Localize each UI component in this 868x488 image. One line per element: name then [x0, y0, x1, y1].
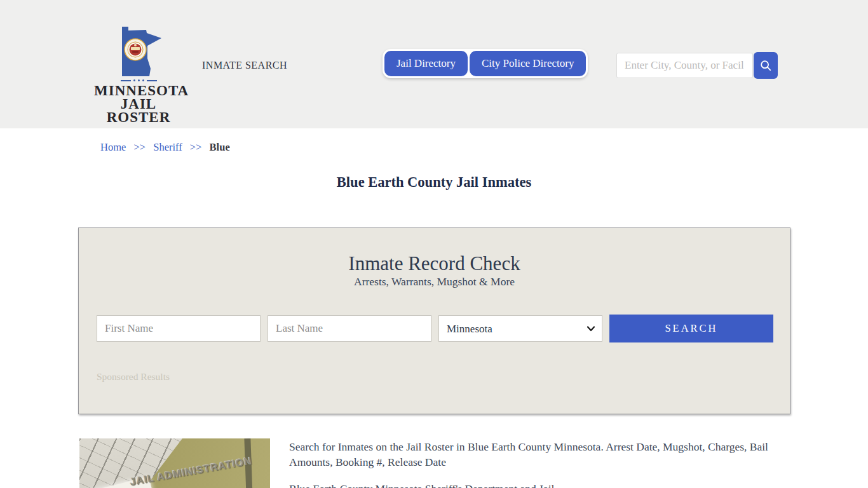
logo-divider-icon [94, 79, 183, 81]
city-police-directory-button[interactable]: City Police Directory [470, 51, 586, 76]
logo-text-line2: JAIL ROSTER [94, 97, 183, 124]
breadcrumb-sheriff-link[interactable]: Sheriff [153, 141, 182, 153]
inmate-search-label: INMATE SEARCH [202, 60, 287, 71]
logo-text-line1: MINNESOTA [94, 84, 183, 97]
first-name-input[interactable] [97, 315, 261, 342]
state-select-wrap: Minnesota [438, 315, 602, 342]
header: MINNESOTA JAIL ROSTER INMATE SEARCH Jail… [0, 0, 868, 128]
intro-paragraph: Search for Inmates on the Jail Roster in… [289, 439, 791, 470]
record-check-title: Inmate Record Check [79, 252, 790, 275]
minnesota-state-icon [114, 23, 163, 78]
facility-search-input[interactable] [616, 53, 753, 78]
sponsored-results-label: Sponsored Results [97, 371, 170, 383]
breadcrumb-home-link[interactable]: Home [100, 141, 126, 153]
search-icon [759, 59, 772, 72]
breadcrumb-separator: >> [133, 141, 146, 153]
header-nav: Jail Directory City Police Directory [383, 49, 588, 78]
second-paragraph: Blue Earth County Minnesota Sheriff's De… [289, 481, 791, 488]
jail-administration-photo: JAIL ADMINISTRATION [79, 438, 270, 488]
last-name-input[interactable] [268, 315, 431, 342]
page-title: Blue Earth County Jail Inmates [0, 174, 868, 191]
inmate-record-check-panel: Inmate Record Check Arrests, Warrants, M… [78, 227, 790, 414]
record-check-subtitle: Arrests, Warrants, Mugshot & More [79, 275, 790, 288]
header-search-button[interactable] [754, 52, 778, 79]
breadcrumb-current: Blue [210, 141, 230, 153]
jail-directory-button[interactable]: Jail Directory [384, 51, 468, 76]
state-select[interactable]: Minnesota [438, 315, 602, 342]
page: MINNESOTA JAIL ROSTER INMATE SEARCH Jail… [0, 0, 868, 488]
header-search [616, 52, 778, 79]
breadcrumb-separator: >> [190, 141, 202, 153]
record-check-search-button[interactable]: SEARCH [609, 315, 773, 342]
record-check-form: Minnesota SEARCH [97, 315, 773, 342]
breadcrumb: Home >> Sheriff >> Blue [100, 141, 230, 154]
site-logo[interactable]: MINNESOTA JAIL ROSTER [94, 23, 183, 124]
